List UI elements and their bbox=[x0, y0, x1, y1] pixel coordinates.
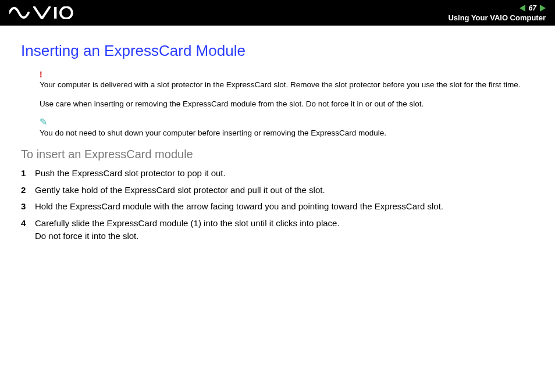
header-right: 67 Using Your VAIO Computer bbox=[448, 4, 546, 22]
tip-block: ✎ You do not need to shut down your comp… bbox=[40, 117, 534, 138]
procedure-subtitle: To insert an ExpressCard module bbox=[21, 148, 534, 161]
step-number: 1 bbox=[21, 167, 35, 180]
step-number: 2 bbox=[21, 184, 35, 197]
page-navigator: 67 bbox=[520, 4, 546, 12]
steps-list: 1 Push the ExpressCard slot protector to… bbox=[21, 167, 534, 243]
step-text: Gently take hold of the ExpressCard slot… bbox=[35, 184, 534, 197]
step-number: 4 bbox=[21, 217, 35, 230]
list-item: 3 Hold the ExpressCard module with the a… bbox=[21, 200, 534, 213]
step-number: 3 bbox=[21, 200, 35, 213]
tip-text: You do not need to shut down your comput… bbox=[40, 128, 534, 138]
svg-point-1 bbox=[61, 7, 72, 19]
vaio-logo-svg bbox=[9, 6, 80, 19]
warning-block: ! Your computer is delivered with a slot… bbox=[40, 70, 534, 90]
page-content: Inserting an ExpressCard Module ! Your c… bbox=[0, 26, 555, 243]
next-page-arrow-icon[interactable] bbox=[540, 5, 546, 12]
pencil-icon: ✎ bbox=[40, 117, 534, 127]
warning-icon: ! bbox=[40, 70, 534, 79]
section-label: Using Your VAIO Computer bbox=[448, 13, 546, 22]
warning-text: Your computer is delivered with a slot p… bbox=[40, 80, 534, 90]
prev-page-arrow-icon[interactable] bbox=[520, 5, 525, 12]
page-number: 67 bbox=[529, 4, 536, 12]
vaio-logo bbox=[9, 0, 80, 26]
list-item: 4 Carefully slide the ExpressCard module… bbox=[21, 217, 534, 243]
list-item: 1 Push the ExpressCard slot protector to… bbox=[21, 167, 534, 180]
step-text: Carefully slide the ExpressCard module (… bbox=[35, 217, 534, 243]
page-title: Inserting an ExpressCard Module bbox=[21, 42, 534, 60]
list-item: 2 Gently take hold of the ExpressCard sl… bbox=[21, 184, 534, 197]
svg-rect-0 bbox=[54, 7, 56, 19]
header-bar: 67 Using Your VAIO Computer bbox=[0, 0, 555, 26]
step-text: Hold the ExpressCard module with the arr… bbox=[35, 200, 534, 213]
caution-text: Use care when inserting or removing the … bbox=[40, 99, 534, 108]
step-text: Push the ExpressCard slot protector to p… bbox=[35, 167, 534, 180]
